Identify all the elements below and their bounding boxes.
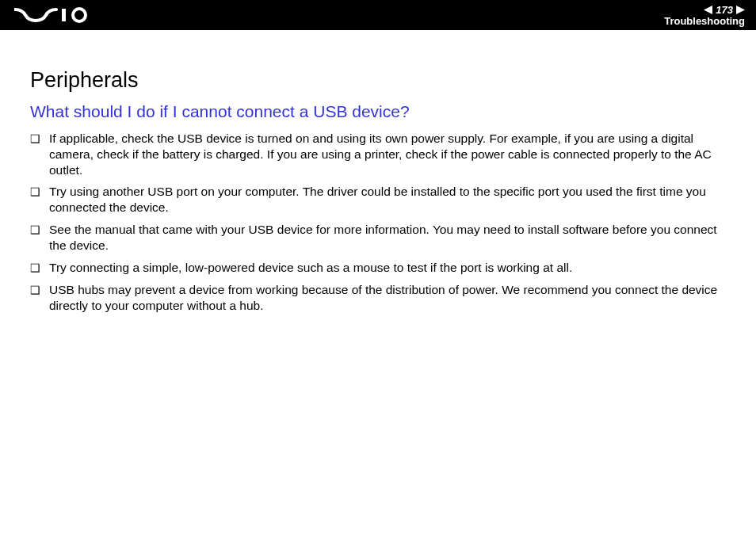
- bullet-icon: ❑: [30, 282, 49, 299]
- list-item: ❑ Try connecting a simple, low-powered d…: [30, 260, 726, 277]
- next-page-arrow-icon[interactable]: [736, 6, 745, 14]
- header-bar: 173 Troubleshooting: [0, 0, 756, 30]
- bullet-icon: ❑: [30, 184, 49, 200]
- svg-point-1: [73, 9, 86, 21]
- bullet-list: ❑ If applicable, check the USB device is…: [30, 131, 726, 314]
- content-area: Peripherals What should I do if I cannot…: [0, 30, 756, 314]
- page-title: Peripherals: [30, 68, 726, 93]
- bullet-icon: ❑: [30, 222, 49, 238]
- list-item: ❑ See the manual that came with your USB…: [30, 222, 726, 254]
- header-right: 173 Troubleshooting: [664, 5, 745, 26]
- list-item-text: Try using another USB port on your compu…: [49, 184, 726, 216]
- list-item: ❑ USB hubs may prevent a device from wor…: [30, 282, 726, 314]
- question-heading: What should I do if I cannot connect a U…: [30, 102, 726, 121]
- vaio-logo: [14, 7, 90, 23]
- bullet-icon: ❑: [30, 131, 49, 147]
- list-item: ❑ If applicable, check the USB device is…: [30, 131, 726, 177]
- page-nav: 173: [704, 5, 745, 15]
- svg-marker-3: [736, 6, 745, 14]
- list-item-text: Try connecting a simple, low-powered dev…: [49, 260, 726, 276]
- svg-rect-0: [62, 9, 66, 21]
- prev-page-arrow-icon[interactable]: [704, 6, 712, 14]
- list-item-text: See the manual that came with your USB d…: [49, 222, 726, 254]
- section-label: Troubleshooting: [664, 16, 745, 26]
- list-item: ❑ Try using another USB port on your com…: [30, 184, 726, 216]
- page-number: 173: [716, 5, 733, 15]
- list-item-text: USB hubs may prevent a device from worki…: [49, 282, 726, 314]
- bullet-icon: ❑: [30, 260, 49, 277]
- svg-marker-2: [704, 6, 712, 14]
- list-item-text: If applicable, check the USB device is t…: [49, 131, 726, 177]
